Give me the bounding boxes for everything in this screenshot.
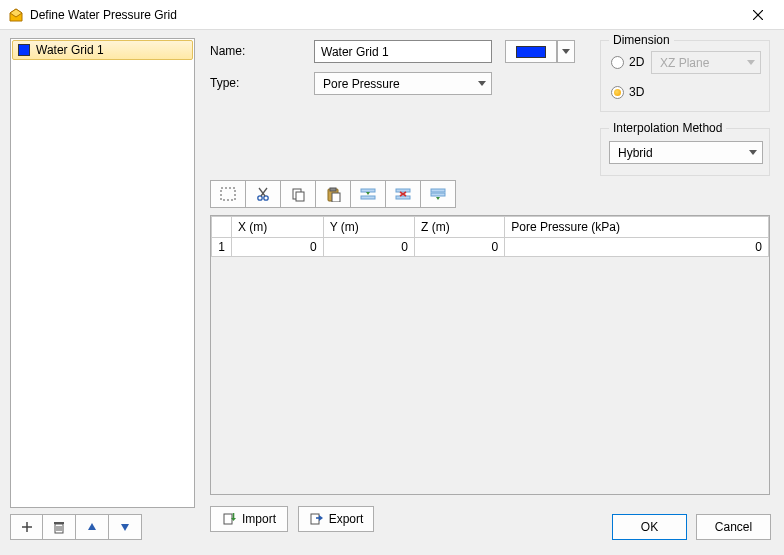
radio-3d-label: 3D	[629, 85, 644, 99]
svg-point-19	[264, 196, 268, 200]
interpolation-group: Interpolation Method Hybrid	[600, 128, 770, 176]
delete-button[interactable]	[43, 514, 76, 540]
svg-marker-29	[366, 192, 370, 195]
import-label: Import	[242, 512, 276, 526]
svg-rect-23	[296, 192, 304, 201]
radio-icon	[611, 56, 624, 69]
color-button[interactable]	[505, 40, 557, 63]
title-bar: Define Water Pressure Grid	[0, 0, 784, 30]
row-number: 1	[212, 238, 232, 257]
radio-icon	[611, 86, 624, 99]
name-input[interactable]	[314, 40, 492, 63]
export-icon	[309, 512, 323, 526]
cell-x[interactable]: 0	[232, 238, 324, 257]
svg-rect-28	[361, 196, 375, 199]
svg-rect-34	[431, 189, 445, 192]
table-header-row: X (m) Y (m) Z (m) Pore Pressure (kPa)	[212, 217, 769, 238]
interpolation-combo[interactable]: Hybrid	[609, 141, 763, 164]
move-up-button[interactable]	[76, 514, 109, 540]
svg-rect-40	[311, 514, 319, 524]
svg-rect-26	[332, 193, 340, 202]
grid-list[interactable]: Water Grid 1	[10, 38, 195, 508]
svg-rect-30	[396, 189, 410, 192]
svg-rect-25	[330, 188, 336, 191]
radio-2d[interactable]: 2D	[611, 53, 644, 71]
cell-z[interactable]: 0	[414, 238, 504, 257]
cell-y[interactable]: 0	[323, 238, 414, 257]
interpolation-legend: Interpolation Method	[609, 121, 726, 135]
dialog-body: Water Grid 1 Name: Type: Pore Pressure D…	[0, 30, 784, 555]
color-swatch-icon	[516, 46, 546, 58]
append-row-button[interactable]	[420, 180, 456, 208]
move-down-button[interactable]	[109, 514, 142, 540]
color-dropdown-button[interactable]	[557, 40, 575, 63]
paste-button[interactable]	[315, 180, 351, 208]
delete-row-button[interactable]	[385, 180, 421, 208]
add-button[interactable]	[10, 514, 43, 540]
svg-rect-27	[361, 189, 375, 192]
app-icon	[8, 7, 24, 23]
dimension-group: Dimension 2D XZ Plane 3D	[600, 40, 770, 112]
svg-rect-37	[224, 514, 232, 524]
window-title: Define Water Pressure Grid	[30, 8, 738, 22]
svg-marker-12	[121, 524, 129, 531]
plane-combo: XZ Plane	[651, 51, 761, 74]
copy-button[interactable]	[280, 180, 316, 208]
export-label: Export	[329, 512, 364, 526]
svg-marker-11	[88, 523, 96, 530]
type-combo[interactable]: Pore Pressure	[314, 72, 492, 95]
close-button[interactable]	[738, 1, 778, 29]
type-combo-value: Pore Pressure	[315, 77, 473, 91]
cancel-button[interactable]: Cancel	[696, 514, 771, 540]
svg-rect-31	[396, 196, 410, 199]
cancel-label: Cancel	[715, 520, 752, 534]
import-button[interactable]: Import	[210, 506, 288, 532]
insert-row-button[interactable]	[350, 180, 386, 208]
ok-button[interactable]: OK	[612, 514, 687, 540]
col-x-header[interactable]: X (m)	[232, 217, 324, 238]
col-z-header[interactable]: Z (m)	[414, 217, 504, 238]
table-row[interactable]: 1 0 0 0 0	[212, 238, 769, 257]
name-label: Name:	[210, 44, 245, 58]
col-y-header[interactable]: Y (m)	[323, 217, 414, 238]
cell-pp[interactable]: 0	[505, 238, 769, 257]
dimension-legend: Dimension	[609, 33, 674, 47]
cut-button[interactable]	[245, 180, 281, 208]
ok-label: OK	[641, 520, 658, 534]
export-button[interactable]: Export	[298, 506, 374, 532]
color-swatch-icon	[18, 44, 30, 56]
svg-marker-16	[749, 150, 757, 155]
col-pp-header[interactable]: Pore Pressure (kPa)	[505, 217, 769, 238]
list-toolbar	[10, 514, 142, 540]
data-grid[interactable]: X (m) Y (m) Z (m) Pore Pressure (kPa) 1 …	[210, 215, 770, 495]
chevron-down-icon	[473, 73, 491, 94]
svg-rect-17	[221, 188, 235, 200]
svg-marker-15	[747, 60, 755, 65]
list-item[interactable]: Water Grid 1	[12, 40, 193, 60]
svg-marker-13	[478, 81, 486, 86]
svg-marker-36	[436, 197, 440, 200]
select-all-button[interactable]	[210, 180, 246, 208]
svg-point-18	[258, 196, 262, 200]
svg-marker-14	[562, 49, 570, 54]
list-item-label: Water Grid 1	[36, 43, 104, 57]
type-label: Type:	[210, 76, 239, 90]
import-icon	[222, 512, 236, 526]
plane-combo-value: XZ Plane	[652, 56, 742, 70]
svg-rect-35	[431, 193, 445, 196]
rownum-header	[212, 217, 232, 238]
chevron-down-icon	[742, 52, 760, 73]
grid-toolbar	[210, 180, 456, 208]
radio-2d-label: 2D	[629, 55, 644, 69]
svg-rect-10	[54, 522, 64, 524]
chevron-down-icon	[744, 142, 762, 163]
interpolation-combo-value: Hybrid	[610, 146, 744, 160]
radio-3d[interactable]: 3D	[611, 83, 644, 101]
